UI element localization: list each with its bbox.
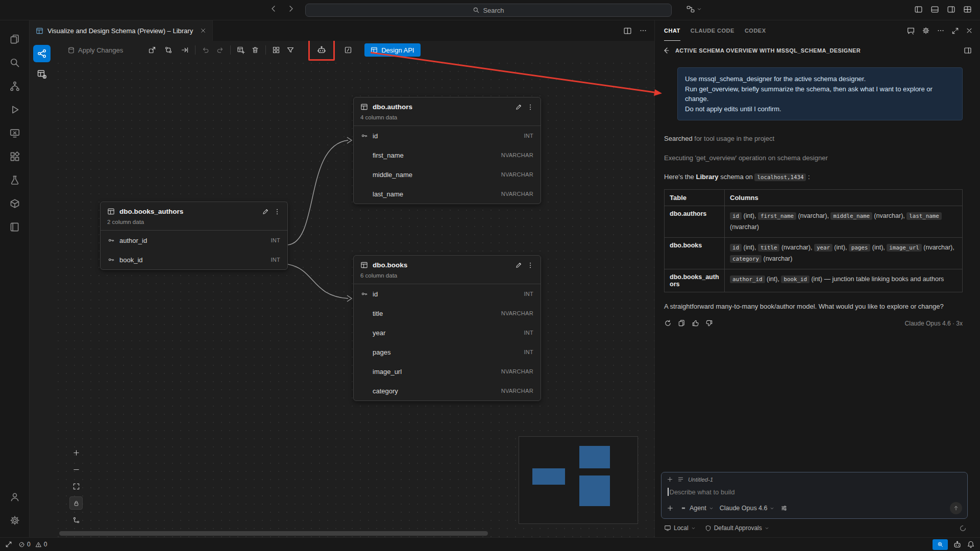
forward-arrow-icon[interactable] — [287, 5, 295, 13]
tab-codex[interactable]: CODEX — [745, 20, 766, 41]
table-card-books[interactable]: dbo.books 6 column data id INT title NVA… — [353, 255, 541, 401]
notebook-icon[interactable] — [4, 215, 26, 239]
edit-table-icon[interactable] — [262, 208, 269, 215]
zoom-out-button[interactable] — [69, 463, 83, 476]
explorer-icon[interactable] — [4, 28, 26, 51]
source-control-icon[interactable] — [4, 74, 26, 98]
toggle-panel-icon[interactable] — [930, 5, 939, 14]
add-context-icon[interactable] — [667, 476, 673, 483]
canvas-minimap[interactable] — [519, 436, 638, 524]
approvals-picker[interactable]: Default Approvals — [705, 524, 769, 532]
toggle-sidebar-icon[interactable] — [914, 5, 923, 14]
model-picker[interactable]: Claude Opus 4.6 — [720, 505, 775, 512]
tab-chat[interactable]: CHAT — [664, 20, 680, 41]
tools-sliders-icon[interactable] — [780, 505, 788, 512]
chat-maximize-icon[interactable] — [951, 27, 959, 35]
chat-sessions-icon[interactable] — [906, 27, 915, 35]
copy-icon[interactable] — [678, 319, 685, 327]
toggle-secondary-sidebar-icon[interactable] — [947, 5, 955, 14]
table-menu-icon[interactable] — [527, 104, 534, 111]
regenerate-icon[interactable] — [664, 319, 672, 327]
chat-input-box[interactable]: Untitled-1 Describe what to build Agent — [661, 472, 968, 519]
add-table-icon[interactable] — [234, 43, 248, 57]
design-api-button[interactable]: Design API — [364, 43, 420, 57]
column-row[interactable]: category NVARCHAR — [354, 381, 541, 400]
tab-visualize-schema[interactable]: Visualize and Design Schema (Preview) – … — [30, 20, 213, 41]
column-row[interactable]: last_name NVARCHAR — [354, 184, 541, 204]
filter-icon[interactable] — [283, 43, 298, 57]
table-menu-icon[interactable] — [274, 208, 281, 215]
table-designer-icon[interactable] — [33, 65, 51, 83]
remote-explorer-icon[interactable] — [4, 121, 26, 145]
notifications-bell-icon[interactable] — [967, 540, 975, 548]
account-icon[interactable] — [4, 485, 26, 509]
column-header-table: Table — [665, 189, 725, 206]
copilot-status-icon[interactable] — [953, 540, 962, 549]
environment-picker[interactable]: Local — [664, 524, 696, 532]
column-row[interactable]: id INT — [354, 126, 541, 145]
context-file-name[interactable]: Untitled-1 — [688, 477, 713, 483]
column-row[interactable]: image_url NVARCHAR — [354, 362, 541, 381]
split-editor-icon[interactable] — [623, 27, 632, 35]
open-chat-in-editor-icon[interactable] — [964, 46, 972, 55]
problems-indicator[interactable]: 0 0 — [18, 541, 47, 548]
edit-table-icon[interactable] — [515, 104, 522, 111]
primary-key-icon — [108, 256, 115, 263]
column-row[interactable]: title NVARCHAR — [354, 304, 541, 323]
copilot-robot-icon[interactable] — [314, 43, 329, 57]
thumbs-up-icon[interactable] — [692, 319, 699, 327]
export-script-icon[interactable] — [145, 43, 159, 57]
chat-text-input[interactable]: Describe what to build — [668, 488, 961, 496]
extensions-icon[interactable] — [4, 145, 26, 168]
diagonal-arrows-icon[interactable] — [5, 541, 12, 548]
table-card-books-authors[interactable]: dbo.books_authors 2 column data author_i… — [100, 202, 288, 270]
horizontal-scrollbar[interactable] — [59, 531, 488, 536]
zoom-in-button[interactable] — [69, 446, 83, 459]
package-cube-icon[interactable] — [4, 192, 26, 215]
table-menu-icon[interactable] — [527, 262, 534, 269]
back-arrow-icon[interactable] — [270, 5, 278, 13]
delete-table-icon[interactable] — [248, 43, 262, 57]
zoom-status-button[interactable] — [933, 539, 948, 550]
command-search-input[interactable]: Search — [305, 4, 672, 17]
column-row[interactable]: first_name NVARCHAR — [354, 145, 541, 165]
settings-gear-icon[interactable] — [4, 509, 26, 532]
compare-changes-icon[interactable] — [161, 43, 176, 57]
chat-more-ellipsis-icon[interactable] — [937, 27, 945, 35]
redo-icon[interactable] — [213, 43, 227, 57]
editor-actions-ellipsis-icon[interactable] — [639, 27, 647, 35]
edit-table-icon[interactable] — [515, 262, 522, 269]
copilot-session-button[interactable] — [686, 5, 702, 14]
column-row[interactable]: middle_name NVARCHAR — [354, 165, 541, 184]
code-view-icon[interactable] — [341, 43, 355, 57]
column-row[interactable]: pages INT — [354, 342, 541, 362]
open-in-editor-icon[interactable] — [178, 43, 192, 57]
undo-icon[interactable] — [199, 43, 213, 57]
search-sidebar-icon[interactable] — [4, 51, 26, 74]
close-tab-icon[interactable] — [200, 28, 206, 34]
chat-settings-gear-icon[interactable] — [922, 27, 930, 35]
thumbs-down-icon[interactable] — [705, 319, 713, 327]
table-card-authors[interactable]: dbo.authors 4 column data id INT first_n… — [353, 97, 541, 204]
run-debug-icon[interactable] — [4, 98, 26, 121]
column-row[interactable]: id INT — [354, 284, 541, 304]
column-row[interactable]: author_id INT — [101, 231, 287, 250]
visualize-schema-icon[interactable] — [33, 45, 51, 62]
tab-claude-code[interactable]: CLAUDE CODE — [691, 20, 734, 41]
column-row[interactable]: year INT — [354, 323, 541, 342]
title-bar: Search — [0, 0, 980, 20]
apply-changes-button[interactable]: Apply Changes — [67, 46, 123, 54]
auto-arrange-button[interactable] — [69, 513, 83, 527]
back-icon[interactable] — [662, 46, 670, 55]
send-button[interactable] — [950, 502, 962, 514]
schema-canvas[interactable]: dbo.books_authors 2 column data author_i… — [54, 59, 654, 537]
mode-picker[interactable]: Agent — [680, 505, 714, 512]
lock-canvas-button[interactable] — [69, 496, 83, 510]
chat-close-icon[interactable] — [966, 27, 973, 34]
attach-icon[interactable] — [667, 505, 674, 512]
auto-layout-icon[interactable] — [269, 43, 283, 57]
fit-to-screen-button[interactable] — [69, 480, 83, 493]
column-row[interactable]: book_id INT — [101, 250, 287, 269]
customize-layout-icon[interactable] — [963, 5, 972, 14]
testing-beaker-icon[interactable] — [4, 168, 26, 192]
